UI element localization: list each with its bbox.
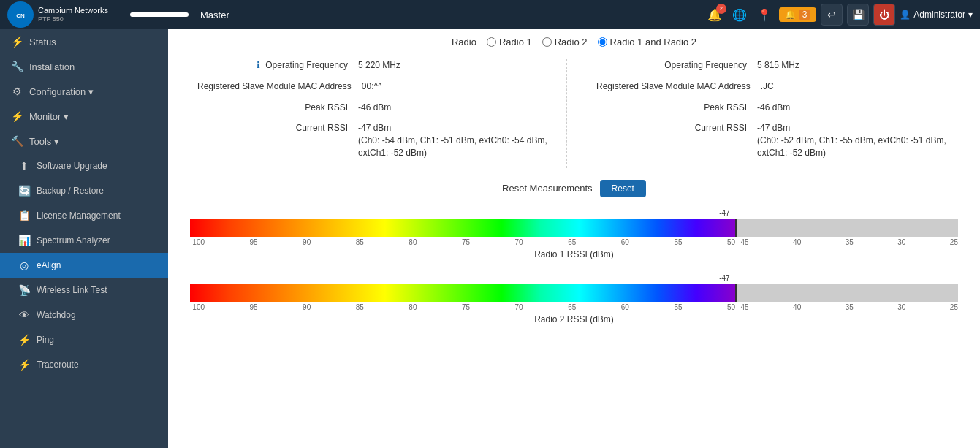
sidebar-item-license-management[interactable]: 📋 License Management — [0, 203, 168, 228]
info-panel-right: Operating Frequency 5 815 MHz Registered… — [567, 59, 965, 168]
op-freq-row-right: Operating Frequency 5 815 MHz — [596, 59, 951, 72]
sidebar-item-ealign[interactable]: ◎ eAlign — [0, 253, 168, 278]
sidebar-item-label: Tools ▾ — [29, 136, 59, 147]
sidebar-item-label: Ping — [37, 335, 54, 345]
sidebar-item-traceroute[interactable]: ⚡ Traceroute — [0, 352, 168, 377]
radio1-input[interactable] — [487, 37, 496, 47]
rssi2-label: Radio 2 RSSI (dBm) — [183, 314, 965, 324]
sidebar-item-label: Wireless Link Test — [37, 285, 107, 295]
reset-button[interactable]: Reset — [600, 180, 646, 197]
sidebar-item-spectrum-analyzer[interactable]: 📊 Spectrum Analyzer — [0, 228, 168, 253]
radio-both-option[interactable]: Radio 1 and Radio 2 — [598, 37, 697, 48]
watchdog-icon: 👁 — [18, 309, 31, 321]
sidebar-item-software-upgrade[interactable]: ⬆ Software Upgrade — [0, 153, 168, 178]
main-content: Radio Radio 1 Radio 2 Radio 1 and Radio … — [168, 29, 980, 448]
rssi-bar-1 — [190, 219, 958, 237]
device-name[interactable] — [130, 12, 189, 17]
tools-icon: 🔨 — [10, 135, 23, 147]
traceroute-icon: ⚡ — [18, 359, 31, 371]
sidebar-item-installation[interactable]: 🔧 Installation — [0, 54, 168, 79]
layout: ⚡ Status 🔧 Installation ⚙ Configuration … — [0, 29, 980, 448]
location-btn[interactable]: 📍 — [754, 5, 775, 25]
mac-row-left: Registered Slave Module MAC Address 00:^… — [197, 80, 552, 93]
sidebar-item-monitor[interactable]: ⚡ Monitor ▾ — [0, 104, 168, 129]
brand: CN Cambium Networks PTP 550 — [7, 1, 124, 28]
brand-text: Cambium Networks PTP 550 — [38, 6, 108, 23]
installation-icon: 🔧 — [10, 61, 23, 72]
sidebar-item-tools[interactable]: 🔨 Tools ▾ — [0, 129, 168, 153]
peak-rssi-row-left: Peak RSSI -46 dBm — [197, 102, 552, 114]
wireless-link-test-icon: 📡 — [18, 284, 31, 296]
rssi-marker-line-1 — [735, 219, 737, 237]
monitor-icon: ⚡ — [10, 110, 23, 122]
op-freq-value-left: 5 220 MHz — [358, 59, 400, 72]
sidebar-item-backup-restore[interactable]: 🔄 Backup / Restore — [0, 178, 168, 203]
sidebar-item-label: Monitor ▾ — [29, 111, 69, 122]
rssi-gradient-2 — [190, 284, 735, 302]
reset-label: Reset Measurements — [502, 183, 593, 194]
sidebar-item-ping[interactable]: ⚡ Ping — [0, 327, 168, 352]
info-panel-left: ℹ Operating Frequency 5 220 MHz Register… — [183, 59, 567, 168]
radio2-input[interactable] — [542, 37, 552, 47]
current-rssi-value-left: -47 dBm (Ch0: -54 dBm, Ch1: -51 dBm, ext… — [358, 122, 552, 159]
rssi-marker-line-2 — [735, 284, 737, 302]
peak-rssi-row-right: Peak RSSI -46 dBm — [596, 102, 951, 114]
notification-badge: 2 — [716, 4, 726, 14]
rssi-gray-1 — [735, 219, 958, 237]
rssi1-label: Radio 1 RSSI (dBm) — [183, 249, 965, 259]
current-rssi-row-right: Current RSSI -47 dBm (Ch0: -52 dBm, Ch1:… — [596, 122, 951, 159]
status-icon: ⚡ — [10, 36, 23, 48]
op-freq-row-left: ℹ Operating Frequency 5 220 MHz — [197, 59, 552, 72]
mac-row-right: Registered Slave Module MAC Address .JC — [596, 80, 951, 93]
radio2-option[interactable]: Radio 2 — [542, 37, 588, 48]
globe-btn[interactable]: 🌐 — [729, 5, 750, 25]
sidebar-item-wireless-link-test[interactable]: 📡 Wireless Link Test — [0, 278, 168, 303]
sidebar-item-label: Backup / Restore — [37, 186, 104, 196]
sidebar-item-label: License Management — [37, 210, 121, 221]
sidebar-item-label: Status — [29, 37, 56, 48]
brand-logo: CN — [7, 1, 34, 28]
reset-row: Reset Measurements Reset — [183, 180, 965, 197]
rssi-scale-1: -100 -95 -90 -85 -80 -75 -70 -65 -60 -55… — [190, 238, 958, 246]
rssi-bar-2 — [190, 284, 958, 302]
rssi-section-2: -47 -100 -95 -90 -85 -80 -75 — [183, 274, 965, 324]
admin-chevron-icon: ▾ — [968, 10, 973, 20]
sidebar-item-label: Installation — [29, 61, 75, 72]
mac-value-right: .JC — [761, 80, 774, 93]
rssi-gradient-1 — [190, 219, 735, 237]
sidebar-item-label: Watchdog — [37, 310, 76, 320]
rssi-marker-2: -47 — [719, 274, 729, 282]
svg-text:CN: CN — [16, 12, 25, 19]
sidebar-item-label: Spectrum Analyzer — [37, 235, 110, 246]
backup-restore-icon: 🔄 — [18, 185, 31, 197]
peak-rssi-value-right: -46 dBm — [757, 102, 790, 114]
sidebar-item-status[interactable]: ⚡ Status — [0, 29, 168, 54]
rssi-gray-2 — [735, 284, 958, 302]
spectrum-icon: 📊 — [18, 235, 31, 246]
rssi-scale-2: -100 -95 -90 -85 -80 -75 -70 -65 -60 -55… — [190, 303, 958, 311]
license-icon: 📋 — [18, 210, 31, 221]
power-btn[interactable]: ⏻ — [873, 4, 895, 26]
current-rssi-row-left: Current RSSI -47 dBm (Ch0: -54 dBm, Ch1:… — [197, 122, 552, 159]
rssi-wrapper-2: -47 -100 -95 -90 -85 -80 -75 — [183, 274, 965, 311]
info-panels: ℹ Operating Frequency 5 220 MHz Register… — [183, 59, 965, 168]
admin-label: 👤 Administrator ▾ — [900, 10, 973, 20]
sidebar: ⚡ Status 🔧 Installation ⚙ Configuration … — [0, 29, 168, 448]
radio-label: Radio — [452, 37, 476, 48]
sidebar-item-configuration[interactable]: ⚙ Configuration ▾ — [0, 79, 168, 104]
rssi-section-1: -47 -100 -95 -90 -85 -80 — [183, 209, 965, 259]
sidebar-item-label: Configuration ▾ — [29, 86, 94, 97]
radio1-option[interactable]: Radio 1 — [487, 37, 532, 48]
radio-both-input[interactable] — [598, 37, 607, 47]
alarm-btn[interactable]: 🔔 3 — [779, 7, 817, 22]
undo-btn[interactable]: ↩ — [821, 4, 843, 26]
notification-btn[interactable]: 🔔 2 — [704, 5, 725, 25]
sidebar-item-watchdog[interactable]: 👁 Watchdog — [0, 303, 168, 327]
rssi-wrapper-1: -47 -100 -95 -90 -85 -80 — [183, 209, 965, 246]
alarm-icon: 🔔 — [785, 10, 796, 20]
op-freq-value-right: 5 815 MHz — [757, 59, 799, 72]
current-rssi-value-right: -47 dBm (Ch0: -52 dBm, Ch1: -55 dBm, ext… — [757, 122, 951, 159]
info-icon-left: ℹ — [257, 60, 260, 70]
save-btn[interactable]: 💾 — [847, 4, 869, 26]
ping-icon: ⚡ — [18, 334, 31, 346]
